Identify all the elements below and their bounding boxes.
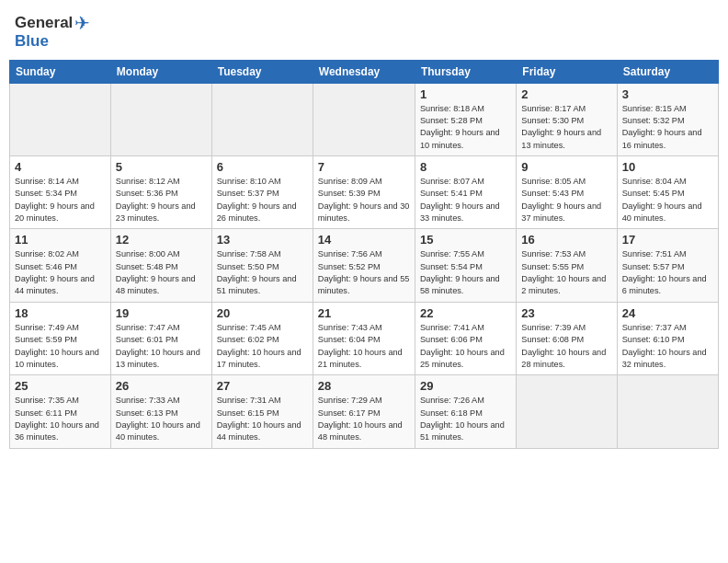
day-number: 18 xyxy=(15,306,106,320)
day-info: Sunrise: 8:14 AM Sunset: 5:34 PM Dayligh… xyxy=(15,176,106,224)
day-info: Sunrise: 8:18 AM Sunset: 5:28 PM Dayligh… xyxy=(420,103,511,152)
calendar-cell: 9Sunrise: 8:05 AM Sunset: 5:43 PM Daylig… xyxy=(517,156,617,229)
calendar-cell: 17Sunrise: 7:51 AM Sunset: 5:57 PM Dayli… xyxy=(617,229,718,302)
day-header-wednesday: Wednesday xyxy=(313,60,415,83)
day-number: 1 xyxy=(420,87,511,101)
calendar-body: 1Sunrise: 8:18 AM Sunset: 5:28 PM Daylig… xyxy=(10,83,719,448)
day-number: 15 xyxy=(420,233,511,247)
logo: General ✈ Blue xyxy=(15,13,90,51)
calendar-cell xyxy=(211,83,313,155)
day-number: 8 xyxy=(420,160,511,174)
day-header-sunday: Sunday xyxy=(10,60,111,83)
calendar-cell: 24Sunrise: 7:37 AM Sunset: 6:10 PM Dayli… xyxy=(617,302,718,374)
day-number: 24 xyxy=(622,306,713,320)
day-number: 17 xyxy=(622,233,713,247)
day-info: Sunrise: 7:37 AM Sunset: 6:10 PM Dayligh… xyxy=(622,322,713,371)
calendar-cell: 15Sunrise: 7:55 AM Sunset: 5:54 PM Dayli… xyxy=(415,229,516,302)
day-info: Sunrise: 8:04 AM Sunset: 5:45 PM Dayligh… xyxy=(622,176,713,224)
calendar-header-row: SundayMondayTuesdayWednesdayThursdayFrid… xyxy=(10,60,719,83)
calendar-cell: 1Sunrise: 8:18 AM Sunset: 5:28 PM Daylig… xyxy=(415,83,516,155)
calendar-cell: 27Sunrise: 7:31 AM Sunset: 6:15 PM Dayli… xyxy=(211,375,313,448)
day-number: 19 xyxy=(116,306,207,320)
calendar-cell: 26Sunrise: 7:33 AM Sunset: 6:13 PM Dayli… xyxy=(110,375,211,448)
day-header-thursday: Thursday xyxy=(415,60,516,83)
calendar-cell: 3Sunrise: 8:15 AM Sunset: 5:32 PM Daylig… xyxy=(617,83,718,155)
day-info: Sunrise: 7:53 AM Sunset: 5:55 PM Dayligh… xyxy=(521,248,611,297)
calendar-cell: 5Sunrise: 8:12 AM Sunset: 5:36 PM Daylig… xyxy=(110,156,211,229)
day-info: Sunrise: 8:09 AM Sunset: 5:39 PM Dayligh… xyxy=(318,176,410,224)
day-number: 6 xyxy=(217,160,308,174)
day-info: Sunrise: 7:26 AM Sunset: 6:18 PM Dayligh… xyxy=(420,395,511,443)
day-number: 29 xyxy=(420,379,511,393)
day-info: Sunrise: 7:58 AM Sunset: 5:50 PM Dayligh… xyxy=(217,248,308,297)
calendar-cell: 16Sunrise: 7:53 AM Sunset: 5:55 PM Dayli… xyxy=(517,229,617,302)
day-info: Sunrise: 7:55 AM Sunset: 5:54 PM Dayligh… xyxy=(420,248,511,297)
day-info: Sunrise: 8:12 AM Sunset: 5:36 PM Dayligh… xyxy=(116,176,207,224)
day-info: Sunrise: 8:15 AM Sunset: 5:32 PM Dayligh… xyxy=(622,103,713,152)
day-info: Sunrise: 7:35 AM Sunset: 6:11 PM Dayligh… xyxy=(15,395,106,443)
day-header-saturday: Saturday xyxy=(617,60,718,83)
calendar-cell: 11Sunrise: 8:02 AM Sunset: 5:46 PM Dayli… xyxy=(10,229,111,302)
day-number: 27 xyxy=(217,379,308,393)
day-info: Sunrise: 7:33 AM Sunset: 6:13 PM Dayligh… xyxy=(116,395,207,443)
calendar-cell: 25Sunrise: 7:35 AM Sunset: 6:11 PM Dayli… xyxy=(10,375,111,448)
calendar-cell: 12Sunrise: 8:00 AM Sunset: 5:48 PM Dayli… xyxy=(110,229,211,302)
day-number: 10 xyxy=(622,160,713,174)
calendar-cell: 21Sunrise: 7:43 AM Sunset: 6:04 PM Dayli… xyxy=(313,302,415,374)
calendar-week-1: 1Sunrise: 8:18 AM Sunset: 5:28 PM Daylig… xyxy=(10,83,719,155)
calendar-week-2: 4Sunrise: 8:14 AM Sunset: 5:34 PM Daylig… xyxy=(10,156,719,229)
day-header-tuesday: Tuesday xyxy=(211,60,313,83)
calendar-cell: 13Sunrise: 7:58 AM Sunset: 5:50 PM Dayli… xyxy=(211,229,313,302)
day-info: Sunrise: 8:00 AM Sunset: 5:48 PM Dayligh… xyxy=(116,248,207,297)
day-info: Sunrise: 7:39 AM Sunset: 6:08 PM Dayligh… xyxy=(521,322,611,371)
calendar-cell: 22Sunrise: 7:41 AM Sunset: 6:06 PM Dayli… xyxy=(415,302,516,374)
logo-general-text: General xyxy=(15,15,73,32)
calendar-cell: 20Sunrise: 7:45 AM Sunset: 6:02 PM Dayli… xyxy=(211,302,313,374)
day-number: 13 xyxy=(217,233,308,247)
day-info: Sunrise: 8:05 AM Sunset: 5:43 PM Dayligh… xyxy=(521,176,611,224)
day-number: 2 xyxy=(521,87,611,101)
calendar-cell: 23Sunrise: 7:39 AM Sunset: 6:08 PM Dayli… xyxy=(517,302,617,374)
day-number: 23 xyxy=(521,306,611,320)
day-number: 21 xyxy=(318,306,410,320)
calendar-cell: 4Sunrise: 8:14 AM Sunset: 5:34 PM Daylig… xyxy=(10,156,111,229)
day-number: 12 xyxy=(116,233,207,247)
day-info: Sunrise: 7:29 AM Sunset: 6:17 PM Dayligh… xyxy=(318,395,410,443)
day-info: Sunrise: 7:56 AM Sunset: 5:52 PM Dayligh… xyxy=(318,248,410,297)
day-number: 26 xyxy=(116,379,207,393)
calendar-table: SundayMondayTuesdayWednesdayThursdayFrid… xyxy=(9,60,719,449)
day-number: 9 xyxy=(521,160,611,174)
day-info: Sunrise: 7:49 AM Sunset: 5:59 PM Dayligh… xyxy=(15,322,106,371)
calendar-week-3: 11Sunrise: 8:02 AM Sunset: 5:46 PM Dayli… xyxy=(10,229,719,302)
day-info: Sunrise: 7:45 AM Sunset: 6:02 PM Dayligh… xyxy=(217,322,308,371)
day-number: 22 xyxy=(420,306,511,320)
calendar-cell: 2Sunrise: 8:17 AM Sunset: 5:30 PM Daylig… xyxy=(517,83,617,155)
day-info: Sunrise: 7:41 AM Sunset: 6:06 PM Dayligh… xyxy=(420,322,511,371)
day-number: 4 xyxy=(15,160,106,174)
day-info: Sunrise: 8:07 AM Sunset: 5:41 PM Dayligh… xyxy=(420,176,511,224)
day-number: 16 xyxy=(521,233,611,247)
page-header: General ✈ Blue xyxy=(9,9,719,54)
logo-blue-text: Blue xyxy=(15,33,90,51)
day-info: Sunrise: 8:10 AM Sunset: 5:37 PM Dayligh… xyxy=(217,176,308,224)
calendar-cell xyxy=(10,83,111,155)
calendar-cell: 18Sunrise: 7:49 AM Sunset: 5:59 PM Dayli… xyxy=(10,302,111,374)
calendar-cell: 10Sunrise: 8:04 AM Sunset: 5:45 PM Dayli… xyxy=(617,156,718,229)
calendar-week-5: 25Sunrise: 7:35 AM Sunset: 6:11 PM Dayli… xyxy=(10,375,719,448)
day-header-friday: Friday xyxy=(517,60,617,83)
logo-bird-icon: ✈ xyxy=(74,13,90,33)
day-info: Sunrise: 7:47 AM Sunset: 6:01 PM Dayligh… xyxy=(116,322,207,371)
calendar-cell xyxy=(110,83,211,155)
day-info: Sunrise: 8:17 AM Sunset: 5:30 PM Dayligh… xyxy=(521,103,611,152)
day-info: Sunrise: 7:51 AM Sunset: 5:57 PM Dayligh… xyxy=(622,248,713,297)
day-number: 14 xyxy=(318,233,410,247)
day-info: Sunrise: 7:31 AM Sunset: 6:15 PM Dayligh… xyxy=(217,395,308,443)
calendar-cell xyxy=(617,375,718,448)
day-number: 28 xyxy=(318,379,410,393)
logo-container: General ✈ Blue xyxy=(15,13,90,51)
day-number: 5 xyxy=(116,160,207,174)
day-header-monday: Monday xyxy=(110,60,211,83)
day-info: Sunrise: 7:43 AM Sunset: 6:04 PM Dayligh… xyxy=(318,322,410,371)
calendar-cell: 28Sunrise: 7:29 AM Sunset: 6:17 PM Dayli… xyxy=(313,375,415,448)
calendar-cell: 19Sunrise: 7:47 AM Sunset: 6:01 PM Dayli… xyxy=(110,302,211,374)
